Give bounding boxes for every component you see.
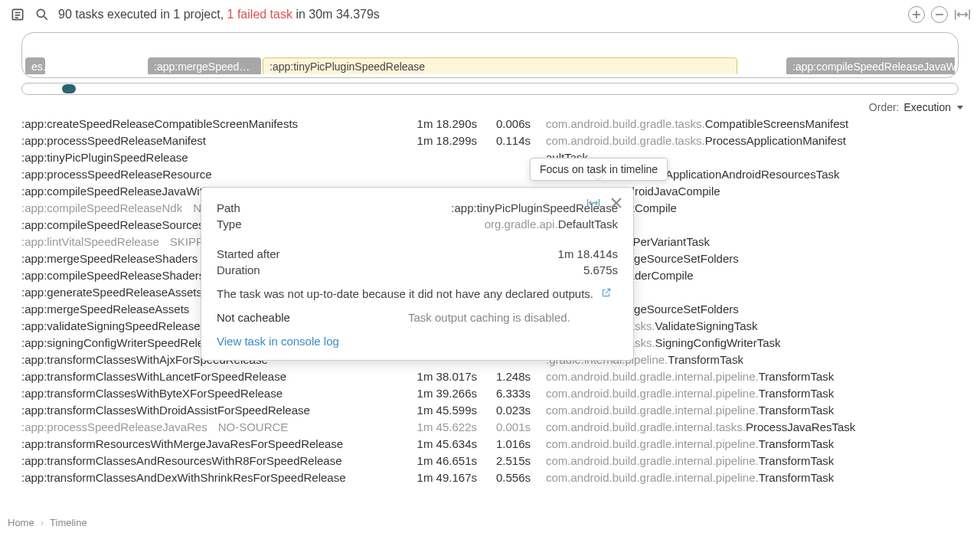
detail-row: Path:app:tinyPicPluginSpeedRelease [217, 201, 618, 214]
projects-count: 1 [173, 8, 180, 21]
svg-line-5 [44, 17, 47, 20]
external-link-icon[interactable] [601, 287, 612, 300]
header: 90 tasks executed in 1 project, 1 failed… [0, 0, 980, 29]
chevron-down-icon [956, 103, 965, 112]
timeline-bar[interactable]: :app:tinyPicPluginSpeedRelease [263, 57, 737, 74]
timeline-scrubber[interactable] [21, 83, 959, 95]
build-duration: 30m 34.379s [309, 8, 380, 21]
zoom-out-button[interactable] [931, 6, 948, 23]
focus-tooltip: Focus on task in timeline [530, 158, 668, 181]
detail-row: Started after1m 18.414s [217, 247, 618, 260]
task-row[interactable]: :app:createSpeedReleaseCompatibleScreenM… [21, 119, 977, 132]
fit-width-button[interactable] [954, 6, 971, 23]
task-row[interactable]: :app:transformClassesWithDroidAssistForS… [21, 401, 977, 418]
task-row[interactable]: :app:processSpeedReleaseResource.gradle.… [21, 165, 977, 182]
task-row[interactable]: :app:transformResourcesWithMergeJavaResF… [21, 435, 977, 452]
scrubber-handle[interactable] [62, 84, 76, 93]
page-title: 90 tasks executed in 1 project, 1 failed… [58, 8, 380, 21]
order-value: Execution [904, 101, 951, 113]
task-detail-popover: Path:app:tinyPicPluginSpeedReleaseTypeor… [201, 187, 634, 361]
breadcrumb-sep: › [41, 517, 44, 528]
task-row[interactable]: :app:transformClassesAndResourcesWithR8F… [21, 452, 977, 469]
not-cacheable-reason: Task output caching is disabled. [408, 311, 570, 324]
breadcrumb-timeline[interactable]: Timeline [50, 517, 87, 528]
view-console-log-link[interactable]: View task in console log [217, 335, 618, 348]
breadcrumb: Home › Timeline [0, 512, 980, 533]
timeline-bar[interactable]: es… [25, 57, 45, 74]
svg-marker-12 [957, 106, 963, 110]
not-cacheable-label: Not cacheable [217, 311, 408, 324]
uptodate-note: The task was not up-to-date because it d… [217, 287, 618, 300]
search-icon[interactable] [34, 6, 51, 23]
tasks-count: 90 [58, 8, 72, 21]
focus-timeline-button[interactable] [586, 195, 601, 211]
timeline-bar[interactable]: :app:compileSpeedReleaseJavaWithJa [786, 57, 955, 74]
close-popover-button[interactable] [609, 195, 624, 211]
cacheable-row: Not cacheable Task output caching is dis… [217, 311, 618, 324]
order-label: Order: [869, 101, 900, 113]
task-row[interactable]: :app:processSpeedReleaseManifest1m 18.29… [21, 132, 977, 149]
task-row[interactable]: :app:transformClassesWithLancetForSpeedR… [21, 368, 977, 384]
menu-icon[interactable] [9, 6, 26, 23]
task-row[interactable]: :app:tinyPicPluginSpeedReleaseaultTask [21, 149, 977, 165]
detail-row: Duration5.675s [217, 263, 618, 276]
zoom-in-button[interactable] [908, 6, 925, 23]
timeline[interactable]: es…:app:mergeSpeed…:app:tinyPicPluginSpe… [21, 32, 959, 78]
detail-row: Typeorg.gradle.api.DefaultTask [217, 217, 618, 231]
task-row[interactable]: :app:processSpeedReleaseJavaResNO-SOURCE… [21, 418, 977, 435]
task-row[interactable]: :app:transformClassesAndDexWithShrinkRes… [21, 469, 977, 486]
breadcrumb-home[interactable]: Home [8, 517, 34, 528]
timeline-bar[interactable]: :app:mergeSpeed… [148, 57, 261, 74]
task-row[interactable]: :app:transformClassesWithByteXForSpeedRe… [21, 384, 977, 401]
header-actions [908, 6, 971, 23]
failed-task-link[interactable]: 1 failed task [227, 8, 292, 21]
order-selector[interactable]: Order: Execution [0, 95, 980, 119]
svg-point-4 [37, 9, 44, 17]
